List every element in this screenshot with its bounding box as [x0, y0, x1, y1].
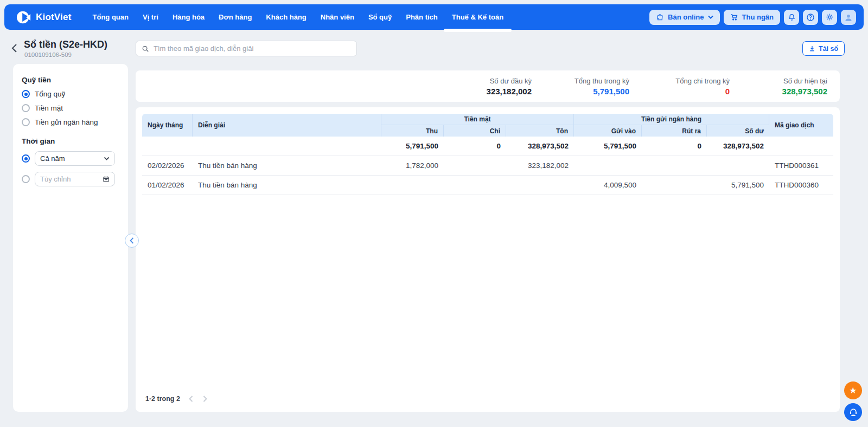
filter-sidebar: Quỹ tiền Tổng quỹ Tiền mặt Tiền gửi ngân… — [13, 64, 128, 412]
col-header-cash-out: Chi — [444, 125, 506, 137]
chevron-down-icon — [708, 15, 713, 19]
radio-label: Tiền gửi ngân hàng — [35, 118, 98, 126]
star-icon: ★ — [849, 385, 857, 396]
summary-card: Số dư đầu kỳ 323,182,002 Tổng thu trong … — [136, 70, 840, 102]
col-header-cash-balance: Tồn — [506, 125, 574, 137]
col-group-cash: Tiền mặt — [381, 114, 574, 125]
nav-item-so-quy[interactable]: Sổ quỹ — [361, 4, 399, 30]
cell-code: TTHD000361 — [769, 156, 833, 176]
col-header-cash-in: Thu — [381, 125, 444, 137]
settings-button[interactable] — [822, 10, 837, 25]
radio-tien-mat[interactable] — [22, 104, 30, 112]
totals-bank-in: 5,791,500 — [574, 137, 642, 156]
kiotviet-logo-icon — [16, 10, 31, 25]
stat-value: 328,973,502 — [730, 87, 827, 96]
search-input[interactable] — [154, 44, 351, 53]
ban-online-button[interactable]: Bán online — [649, 10, 719, 25]
cell-bank-balance: 5,791,500 — [707, 176, 769, 195]
support-chat-button[interactable] — [844, 403, 862, 421]
totals-cash-in: 5,791,500 — [381, 137, 444, 156]
navbar-actions: Bán online Thu ngân — [649, 10, 856, 25]
custom-date-input[interactable]: Tùy chỉnh — [35, 172, 115, 186]
feedback-star-button[interactable]: ★ — [844, 381, 862, 399]
radio-tong-quy[interactable] — [22, 90, 30, 98]
ban-online-label: Bán online — [668, 13, 704, 21]
stat-label: Số dư hiện tại — [730, 77, 827, 85]
stat-total-income: Tổng thu trong kỳ 5,791,500 — [532, 77, 629, 96]
totals-cash-balance: 328,973,502 — [506, 137, 574, 156]
help-button[interactable] — [803, 10, 818, 25]
notifications-button[interactable] — [784, 10, 799, 25]
kiotviet-logo[interactable]: KiotViet — [16, 10, 72, 25]
nav-item-thue-ke-toan[interactable]: Thuế & Kế toán — [445, 4, 510, 30]
cell-cash-in — [381, 176, 444, 195]
stat-value: 323,182,002 — [461, 87, 532, 96]
table-row[interactable]: 02/02/2026 Thu tiền bán hàng 1,782,000 3… — [142, 156, 833, 176]
radio-label: Tổng quỹ — [35, 90, 65, 98]
page-subtitle: 0100109106-509 — [24, 51, 72, 58]
bell-icon — [788, 13, 796, 21]
calendar-icon — [103, 176, 110, 183]
fund-option-tien-mat[interactable]: Tiền mặt — [22, 104, 120, 112]
nav-item-phan-tich[interactable]: Phân tích — [399, 4, 445, 30]
brand-name: KiotViet — [36, 12, 72, 23]
totals-code — [769, 137, 833, 156]
col-header-bank-out: Rút ra — [642, 125, 707, 137]
cell-date: 02/02/2026 — [142, 156, 193, 176]
cell-cash-out — [444, 156, 506, 176]
stat-label: Tổng chi trong kỳ — [629, 77, 730, 85]
fund-filter-heading: Quỹ tiền — [22, 76, 120, 84]
thu-ngan-label: Thu ngân — [742, 13, 774, 21]
radio-time-custom[interactable] — [22, 175, 30, 183]
pagination-next-button[interactable] — [202, 394, 208, 403]
back-button[interactable] — [11, 43, 21, 53]
cell-description: Thu tiền bán hàng — [193, 176, 381, 195]
table-row[interactable]: 01/02/2026 Thu tiền bán hàng 4,009,500 5… — [142, 176, 833, 195]
time-range-value: Cả năm — [40, 154, 65, 163]
nav-item-nhan-vien[interactable]: Nhân viên — [314, 4, 361, 30]
sidebar-collapse-button[interactable] — [125, 234, 139, 248]
download-ledger-button[interactable]: Tải sổ — [802, 41, 845, 56]
time-option-preset: Cả năm — [22, 151, 120, 166]
col-header-bank-balance: Số dư — [707, 125, 769, 137]
ledger-table-card: Ngày tháng Diễn giải Tiền mặt Tiền gửi n… — [136, 107, 840, 412]
chevron-down-icon — [104, 157, 110, 160]
col-header-bank-in: Gửi vào — [574, 125, 642, 137]
download-icon — [809, 45, 815, 52]
stat-value: 0 — [629, 87, 730, 96]
search-box[interactable] — [136, 41, 357, 56]
time-option-custom: Tùy chỉnh — [22, 172, 120, 186]
stat-value: 5,791,500 — [532, 87, 629, 96]
fund-option-tien-gui-ngan-hang[interactable]: Tiền gửi ngân hàng — [22, 118, 120, 126]
nav-item-khach-hang[interactable]: Khách hàng — [259, 4, 313, 30]
col-header-code: Mã giao dịch — [769, 114, 833, 137]
main-navigation: Tổng quan Vị trí Hàng hóa Đơn hàng Khách… — [86, 4, 511, 30]
cell-cash-balance: 323,182,002 — [506, 156, 574, 176]
table-totals-row: 5,791,500 0 328,973,502 5,791,500 0 328,… — [142, 137, 833, 156]
thu-ngan-button[interactable]: Thu ngân — [724, 10, 781, 25]
pagination-label: 1-2 trong 2 — [145, 395, 180, 403]
nav-item-vi-tri[interactable]: Vị trí — [136, 4, 165, 30]
cart-icon — [730, 13, 738, 21]
fund-option-tong-quy[interactable]: Tổng quỹ — [22, 90, 120, 98]
top-navbar: KiotViet Tổng quan Vị trí Hàng hóa Đơn h… — [4, 4, 864, 30]
cell-code: TTHD000360 — [769, 176, 833, 195]
radio-tien-gui[interactable] — [22, 118, 30, 126]
search-icon — [142, 45, 149, 53]
cell-bank-in — [574, 156, 642, 176]
shopping-bag-plus-icon — [656, 13, 664, 21]
time-range-select[interactable]: Cả năm — [35, 151, 115, 166]
page-title: Sổ tiền (S2e-HKD) — [24, 39, 107, 50]
totals-cash-out: 0 — [444, 137, 506, 156]
custom-date-placeholder: Tùy chỉnh — [40, 175, 71, 183]
nav-item-don-hang[interactable]: Đơn hàng — [212, 4, 259, 30]
totals-bank-balance: 328,973,502 — [707, 137, 769, 156]
radio-time-preset[interactable] — [22, 154, 30, 163]
nav-item-hang-hoa[interactable]: Hàng hóa — [165, 4, 212, 30]
cell-bank-out — [642, 156, 707, 176]
pagination-prev-button[interactable] — [188, 394, 194, 403]
nav-item-tong-quan[interactable]: Tổng quan — [86, 4, 136, 30]
stat-opening-balance: Số dư đầu kỳ 323,182,002 — [461, 77, 532, 96]
user-avatar[interactable] — [841, 10, 856, 25]
nav-item-label: Thuế & Kế toán — [452, 13, 503, 21]
